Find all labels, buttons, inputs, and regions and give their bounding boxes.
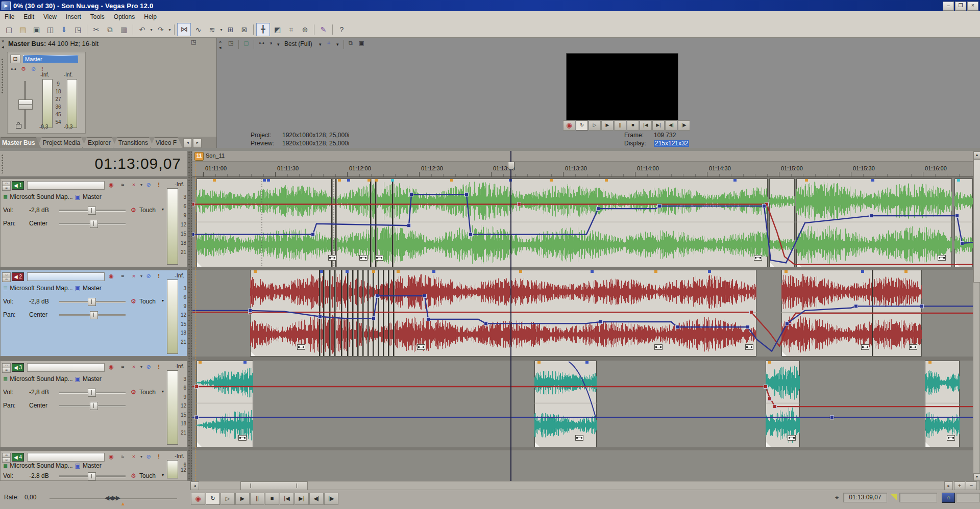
track-1-mute-icon[interactable]: ⊘ [143,181,154,189]
track-3-device-name[interactable]: Microsoft Sound Map... [10,375,72,383]
track-1-device-name[interactable]: Microsoft Sound Map... [10,193,72,200]
solo-icon[interactable]: ! [41,66,43,72]
vertical-scrollbar[interactable]: ▴ ▾ [973,151,980,481]
track-3-restore-icon[interactable]: ▭ [2,368,11,373]
track-3-vol-value[interactable]: -2,8 dB [29,389,49,396]
track-4-events-canvas[interactable] [192,450,973,481]
track-3-automation-dropdown-icon[interactable]: ▾ [162,389,164,394]
scroll-down-icon[interactable]: ▾ [973,473,980,481]
cursor-time-display[interactable]: 01:13:09,07 [95,155,181,172]
save-snapshot-icon[interactable]: ▣ [359,40,364,46]
mixer-properties-icon[interactable]: ◳ [191,39,196,45]
track-3-bus-icon[interactable]: ▣ [75,375,81,383]
tab-project-media[interactable]: Project Media [37,137,86,148]
paste-button[interactable]: ▥ [117,23,130,36]
play-button[interactable]: ▶ [601,120,614,131]
track-4-mute-icon[interactable]: ⊘ [143,452,154,461]
menu-view[interactable]: View [39,12,61,21]
track-3-pan-slider-handle[interactable] [90,402,98,410]
track-4-automation-gear-icon[interactable]: ⚙ [131,472,136,479]
undo-button[interactable]: ↶ [136,23,149,36]
overlays-grid-icon[interactable]: ⌗ [327,40,330,46]
bus-restore-icon[interactable]: ⊡ [10,55,20,63]
track-3-name-field[interactable] [27,363,105,372]
meter-bar-left[interactable] [42,79,53,128]
track-2-icon[interactable]: ◀ 2 [12,272,24,281]
play-from-start-button[interactable]: ▷ [589,120,601,131]
play-from-start-button[interactable]: ▷ [220,493,235,505]
track-3-vol-slider-handle[interactable] [88,389,96,397]
open-project-button[interactable]: ▤ [16,23,29,36]
track-2-record-arm-icon[interactable]: ◉ [106,272,116,281]
track-2-vol-value[interactable]: -2,8 dB [29,298,49,305]
track-2-name-field[interactable] [27,272,105,281]
track-1-vol-slider[interactable] [59,210,126,212]
track-1-automation-gear-icon[interactable]: ⚙ [131,207,136,214]
lock-fader-icon[interactable] [16,124,21,129]
quality-chevron2-icon[interactable]: ▾ [319,42,322,46]
track-2-pan-value[interactable]: Center [29,311,47,318]
track-4-automation-dropdown-icon[interactable]: ▾ [162,473,164,477]
preview-properties-icon[interactable]: ◳ [228,40,233,46]
external-monitor-icon[interactable]: ▢ [243,40,249,46]
horizontal-scroll-thumb[interactable] [240,481,308,490]
selection-edit-tool-button[interactable]: ⌗ [285,23,298,36]
track-1-vol-value[interactable]: -2,8 dB [29,207,49,214]
scroll-left-icon[interactable]: ◂ [190,481,199,490]
play-button[interactable]: ▶ [235,493,250,505]
undo-dropdown-icon[interactable]: ▾ [149,28,154,32]
marker-bar[interactable]: 11 Son_11 [192,151,973,162]
track-4-invert-phase-icon[interactable]: ≈ [117,452,128,461]
track-1-solo-icon[interactable]: ! [154,181,164,189]
go-to-start-button[interactable]: |◀ [280,493,294,505]
previous-frame-button[interactable]: ◀| [665,120,677,131]
insert-fx-icon[interactable]: ⊶ [11,66,16,72]
track-2-bus-icon[interactable]: ▣ [75,285,81,292]
track-2-pan-slider[interactable] [59,314,126,316]
track-3-icon[interactable]: ◀ 3 [12,363,24,372]
cut-button[interactable]: ✂ [90,23,103,36]
playhead-cursor[interactable] [510,151,511,481]
zoom-out-time-icon[interactable]: − [966,481,977,490]
track-1-meter-bar[interactable] [167,188,178,265]
meter-bar-right[interactable] [67,79,77,128]
tabs-scroll-right-icon[interactable]: ▸ [193,138,202,148]
quality-chevron-icon[interactable]: ▾ [277,42,280,46]
panel-collapse-icon[interactable]: ◂ [2,45,4,49]
scroll-up-icon[interactable]: ▴ [973,151,980,159]
tab-transitions[interactable]: Transitions [113,137,154,148]
track-1-bus-icon[interactable]: ▣ [75,193,81,200]
close-button[interactable]: × [967,2,978,11]
track-2-vol-slider[interactable] [59,301,126,303]
loop-playback-button[interactable]: ↻ [206,493,220,505]
new-project-button[interactable]: ▢ [3,23,15,36]
lock-envelopes-button[interactable]: ⊠ [238,23,251,36]
tab-video-f[interactable]: Video F [150,137,182,148]
track-3-solo-icon[interactable]: ! [154,363,164,371]
menu-file[interactable]: File [0,12,19,21]
title-bar[interactable]: ▶ 0% (30 of 30) - Son Nu.veg - Vegas Pro… [0,0,980,11]
track-4-solo-icon[interactable]: ! [154,452,164,461]
track-1-invert-phase-icon[interactable]: ≈ [117,181,128,189]
redo-button[interactable]: ↷ [154,23,167,36]
track-3-invert-phase-icon[interactable]: ≈ [117,363,128,371]
capture-video-button[interactable]: ◳ [71,23,84,36]
import-media-button[interactable]: ⇓ [58,23,70,36]
playhead-handle[interactable] [508,162,514,169]
envelope-edit-tool-button[interactable]: ◩ [271,23,284,36]
time-display-grip[interactable] [1,154,4,173]
track-1-automation-dropdown-icon[interactable]: ▾ [162,207,164,212]
menu-tools[interactable]: Tools [86,12,109,21]
track-1-pan-slider-handle[interactable] [90,220,98,228]
stop-button[interactable]: ■ [265,493,279,505]
project-properties-button[interactable]: ◫ [44,23,57,36]
track-3-automation-gear-icon[interactable]: ⚙ [131,389,136,396]
track-3-pan-value[interactable]: Center [29,402,47,409]
enable-snapping-button[interactable]: ⋈ [177,23,191,36]
track-3-bus-name[interactable]: Master [83,375,102,383]
menu-edit[interactable]: Edit [19,12,39,21]
track-4-vol-slider[interactable] [59,475,126,477]
track-1-name-field[interactable] [27,181,105,190]
track-2-pan-slider-handle[interactable] [90,311,98,319]
auto-ripple-button[interactable]: ≋ [206,23,218,36]
